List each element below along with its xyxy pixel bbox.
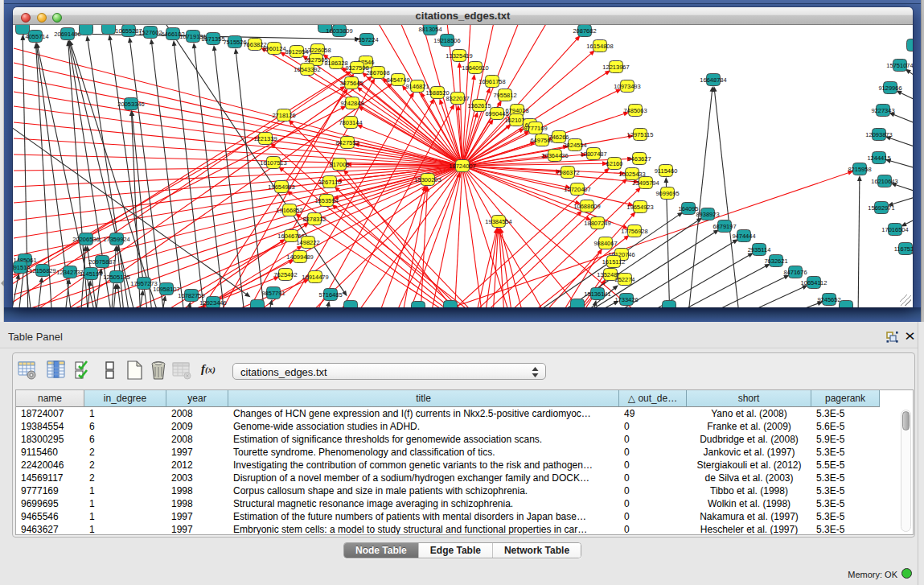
cell-in_degree[interactable]: 1 [84, 510, 166, 523]
cell-title[interactable]: Changes of HCN gene expression and I(f) … [228, 407, 619, 420]
cell-in_degree[interactable]: 2 [84, 446, 166, 459]
cell-in_degree[interactable]: 6 [84, 433, 166, 446]
graph-node-teal[interactable] [444, 301, 458, 308]
float-panel-icon[interactable] [886, 331, 899, 343]
cell-out_de[interactable]: 0 [619, 433, 687, 446]
cell-pagerank[interactable]: 5.3E-5 [811, 497, 880, 510]
graph-node-teal[interactable] [840, 301, 853, 308]
table-row[interactable]: 946554611997Estimation of the future num… [16, 510, 880, 523]
collapse-chevron-icon[interactable] [1, 280, 4, 286]
column-header-short[interactable]: short [687, 390, 811, 407]
graph-edge-black[interactable] [901, 93, 913, 109]
table-row[interactable]: 2242004622012Investigating the contribut… [16, 459, 880, 472]
cell-short[interactable]: Franke et al. (2009) [687, 420, 811, 433]
cell-title[interactable]: Genome-wide association studies in ADHD. [228, 420, 619, 433]
graph-edge-red[interactable] [454, 166, 462, 307]
cell-pagerank[interactable]: 5.3E-5 [811, 446, 880, 459]
table-row[interactable]: 1938455462009Genome-wide association stu… [16, 420, 880, 433]
cell-in_degree[interactable]: 2 [84, 472, 166, 484]
cell-year[interactable]: 2008 [166, 433, 228, 446]
graph-edge-red[interactable] [376, 190, 424, 307]
cell-name[interactable]: 19384554 [16, 420, 84, 433]
cell-year[interactable]: 1997 [166, 510, 228, 523]
cell-out_de[interactable]: 0 [619, 484, 687, 497]
cell-title[interactable]: Estimation of significance thresholds fo… [228, 433, 619, 446]
cell-in_degree[interactable]: 1 [84, 523, 166, 534]
table-row[interactable]: 946362711997Embryonic stem cells: a mode… [16, 523, 880, 534]
table-source-dropdown[interactable]: citations_edges.txt [232, 363, 546, 380]
tab-network-table[interactable]: Network Table [493, 543, 581, 558]
graph-edge-black[interactable] [768, 303, 819, 307]
cell-pagerank[interactable]: 5.3E-5 [811, 484, 880, 497]
cell-in_degree[interactable]: 1 [84, 497, 166, 510]
cell-name[interactable]: 9465546 [16, 510, 84, 523]
cell-short[interactable]: Hescheler et al. (1997) [687, 523, 811, 534]
cell-pagerank[interactable]: 5.9E-5 [811, 433, 880, 446]
cell-year[interactable]: 2012 [166, 459, 228, 472]
graph-edge-black[interactable] [906, 211, 913, 225]
graph-node-teal[interactable] [80, 25, 93, 35]
function-icon[interactable]: f(x) [201, 362, 216, 376]
cell-stack-icon[interactable] [100, 360, 121, 381]
cell-short[interactable]: Nakamura et al. (1997) [687, 510, 811, 523]
graph-edge-black[interactable] [152, 43, 185, 307]
graph-edge-red[interactable] [406, 176, 458, 307]
table-row[interactable]: 911546021997Tourette syndrome. Phenomeno… [16, 446, 880, 459]
cell-short[interactable]: Yano et al. (2008) [687, 407, 811, 420]
cell-year[interactable]: 2009 [166, 420, 228, 433]
graph-node-teal[interactable] [663, 301, 676, 308]
cell-short[interactable]: Stergiakouli et al. (2012) [687, 459, 811, 472]
column-header-year[interactable]: year [166, 390, 228, 407]
delete-icon[interactable] [148, 360, 169, 381]
graph-edge-red[interactable] [386, 173, 849, 307]
graph-edge-red[interactable] [441, 214, 579, 307]
canvas-resize-grip[interactable] [900, 295, 911, 306]
cell-pagerank[interactable]: 5.5E-5 [811, 459, 880, 472]
cell-in_degree[interactable]: 2 [84, 459, 166, 472]
cell-out_de[interactable]: 0 [619, 472, 687, 484]
cell-title[interactable]: Embryonic stem cells: a model to study s… [228, 523, 619, 534]
graph-edge-red[interactable] [14, 154, 462, 166]
graph-edge-black[interactable] [661, 266, 766, 307]
cell-name[interactable]: 9699695 [16, 497, 84, 510]
cell-pagerank[interactable]: 5.6E-5 [811, 420, 880, 433]
graph-node-teal[interactable] [344, 301, 358, 308]
table-row[interactable]: 1830029562008Estimation of significance … [16, 433, 880, 446]
cell-year[interactable]: 2008 [166, 407, 228, 420]
graph-node-teal[interactable] [571, 299, 585, 308]
cell-in_degree[interactable]: 1 [84, 484, 166, 497]
table-settings-icon[interactable] [17, 360, 38, 381]
cell-short[interactable]: Tibbo et al. (1998) [687, 484, 811, 497]
table-scrollbar[interactable] [901, 410, 911, 532]
row-select-icon[interactable] [74, 360, 95, 381]
column-header-in_degree[interactable]: in_degree [84, 390, 166, 407]
cell-name[interactable]: 9463627 [16, 523, 84, 534]
cell-year[interactable]: 1997 [166, 523, 228, 534]
graph-edge-black[interactable] [666, 182, 670, 307]
column-header-name[interactable]: name [16, 390, 84, 407]
column-select-icon[interactable] [46, 360, 67, 381]
import-table-icon[interactable] [171, 360, 192, 381]
graph-edge-red[interactable] [462, 166, 629, 204]
cell-short[interactable]: Jankovic et al. (1997) [687, 446, 811, 459]
cell-title[interactable]: Investigating the contribution of common… [228, 459, 619, 472]
graph-edge-black[interactable] [889, 161, 913, 173]
graph-edge-black[interactable] [236, 53, 265, 307]
close-panel-icon[interactable]: ✕ [903, 329, 917, 343]
cell-title[interactable]: Disruption of a novel member of a sodium… [228, 472, 619, 484]
graph-edge-black[interactable] [715, 91, 740, 307]
tab-edge-table[interactable]: Edge Table [419, 543, 493, 558]
cell-title[interactable]: Tourette syndrome. Phenomenology and cla… [228, 446, 619, 459]
cell-name[interactable]: 9777169 [16, 484, 84, 497]
cell-out_de[interactable]: 0 [619, 510, 687, 523]
cell-name[interactable]: 18724007 [16, 407, 84, 420]
cell-pagerank[interactable]: 5.3E-5 [811, 523, 880, 534]
table-row[interactable]: 969969511998Structural magnetic resonanc… [16, 497, 880, 510]
cell-year[interactable]: 1997 [166, 446, 228, 459]
new-file-icon[interactable] [124, 360, 145, 381]
cell-title[interactable]: Estimation of the future numbers of pati… [228, 510, 619, 523]
graph-edge-black[interactable] [693, 277, 785, 307]
cell-name[interactable]: 14569117 [16, 472, 84, 484]
table-row[interactable]: 977716911998Corpus callosum shape and si… [16, 484, 880, 497]
cell-name[interactable]: 22420046 [16, 459, 84, 472]
